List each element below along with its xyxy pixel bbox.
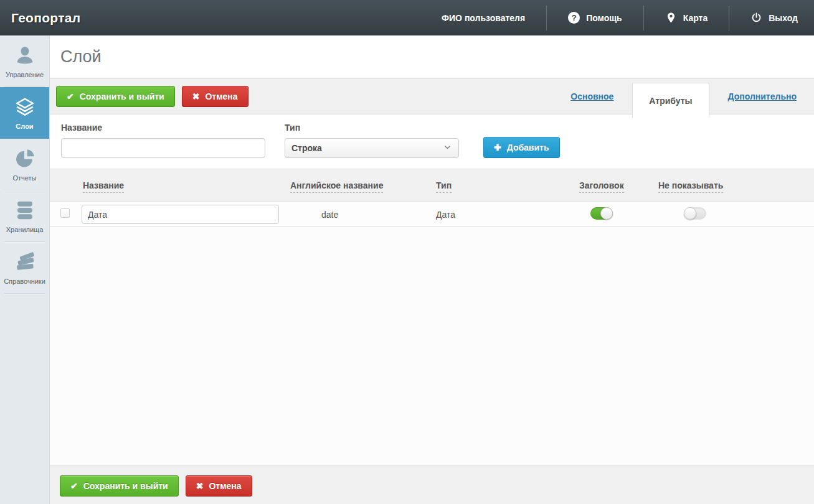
type-field-label: Тип xyxy=(285,123,459,133)
map-pin-icon xyxy=(665,12,677,24)
toggle-knob xyxy=(684,207,696,220)
title-toggle[interactable] xyxy=(590,207,613,220)
attribute-type-selected-value: Строка xyxy=(291,143,322,153)
table-row: date Дата xyxy=(50,202,814,227)
database-icon xyxy=(12,199,37,222)
sidebar-item-management[interactable]: Управление xyxy=(0,35,49,87)
tab-bar: Основное Атрибуты Дополнительно xyxy=(564,79,803,114)
footer-bar: ✔ Сохранить и выйти ✖ Отмена xyxy=(50,465,814,504)
map-button[interactable]: Карта xyxy=(643,6,729,30)
power-icon xyxy=(750,12,762,24)
app-root: Геопортал ФИО пользователя ? Помощь Карт… xyxy=(0,0,814,504)
name-field-label: Название xyxy=(61,123,265,133)
logout-button[interactable]: Выход xyxy=(729,6,814,30)
help-icon: ? xyxy=(568,12,580,24)
cross-icon: ✖ xyxy=(196,482,204,490)
user-fullname-label: ФИО пользователя xyxy=(442,13,525,23)
top-nav: ФИО пользователя ? Помощь Карта Выход xyxy=(420,0,814,35)
sidebar-item-storages[interactable]: Хранилища xyxy=(0,190,49,242)
tab-additional[interactable]: Дополнительно xyxy=(722,91,803,101)
sidebar-item-reports[interactable]: Отчеты xyxy=(0,139,49,190)
check-icon: ✔ xyxy=(67,92,74,101)
user-fullname[interactable]: ФИО пользователя xyxy=(420,6,546,30)
column-header-english-name: Английское название xyxy=(285,180,433,190)
column-header-title: Заголовок xyxy=(575,180,651,190)
page-header: Слой xyxy=(50,35,814,78)
plus-icon: ✚ xyxy=(494,143,501,152)
help-label: Помощь xyxy=(586,13,622,23)
type-field-group: Тип Строка xyxy=(285,123,459,158)
sidebar: Управление Слои Отчеты Хранилища Справоч… xyxy=(0,35,50,504)
toggle-knob xyxy=(600,207,613,220)
toolbar: ✔ Сохранить и выйти ✖ Отмена Основное Ат… xyxy=(50,78,814,114)
name-field-group: Название xyxy=(61,123,265,158)
row-name-input[interactable] xyxy=(82,205,279,224)
user-icon xyxy=(12,44,37,67)
layers-icon xyxy=(12,96,37,118)
row-english-name: date xyxy=(285,210,433,220)
body-row: Управление Слои Отчеты Хранилища Справоч… xyxy=(0,35,814,504)
row-type: Дата xyxy=(433,210,575,220)
row-checkbox-cell xyxy=(60,208,70,220)
row-checkbox[interactable] xyxy=(60,208,70,218)
cancel-label: Отмена xyxy=(205,91,237,101)
row-name-cell xyxy=(80,205,285,224)
cancel-button[interactable]: ✖ Отмена xyxy=(182,86,248,107)
books-icon xyxy=(12,251,37,273)
sidebar-item-label: Хранилища xyxy=(6,226,44,233)
main-content: Слой ✔ Сохранить и выйти ✖ Отмена Основн… xyxy=(50,35,814,504)
row-hide-toggle-cell xyxy=(651,207,814,222)
sidebar-item-label: Отчеты xyxy=(12,174,36,182)
tab-attributes[interactable]: Атрибуты xyxy=(632,83,709,118)
column-header-type: Тип xyxy=(433,180,575,190)
check-icon: ✔ xyxy=(70,482,78,490)
column-header-name: Название xyxy=(80,180,285,190)
add-attribute-label: Добавить xyxy=(507,142,549,152)
attribute-type-select[interactable]: Строка xyxy=(285,138,459,158)
content-filler xyxy=(50,227,814,465)
top-bar: Геопортал ФИО пользователя ? Помощь Карт… xyxy=(0,0,814,35)
attribute-name-input[interactable] xyxy=(61,138,265,158)
tab-main[interactable]: Основное xyxy=(564,91,620,101)
save-and-exit-button[interactable]: ✔ Сохранить и выйти xyxy=(56,86,175,107)
sidebar-item-label: Слои xyxy=(16,123,33,130)
add-attribute-button[interactable]: ✚ Добавить xyxy=(483,137,560,158)
chevron-down-icon xyxy=(443,142,452,154)
column-header-hide: Не показывать xyxy=(651,180,814,190)
sidebar-item-label: Справочники xyxy=(4,278,45,285)
pie-chart-icon xyxy=(12,147,37,170)
page-title: Слой xyxy=(60,47,102,67)
map-label: Карта xyxy=(683,13,708,23)
sidebar-item-label: Управление xyxy=(6,71,44,78)
attributes-table-header: Название Английское название Тип Заголов… xyxy=(50,169,814,202)
add-attribute-form: Название Тип Строка ✚ Добавить xyxy=(50,114,814,169)
brand-title: Геопортал xyxy=(0,11,80,26)
help-button[interactable]: ? Помощь xyxy=(546,6,643,30)
cross-icon: ✖ xyxy=(192,92,200,101)
hide-toggle[interactable] xyxy=(684,207,706,220)
footer-cancel-button[interactable]: ✖ Отмена xyxy=(186,475,252,497)
footer-save-and-exit-label: Сохранить и выйти xyxy=(83,481,168,491)
footer-cancel-label: Отмена xyxy=(209,481,241,491)
row-title-toggle-cell xyxy=(575,207,651,222)
save-and-exit-label: Сохранить и выйти xyxy=(80,91,164,101)
logout-label: Выход xyxy=(769,13,798,23)
sidebar-item-dictionaries[interactable]: Справочники xyxy=(0,242,49,294)
footer-save-and-exit-button[interactable]: ✔ Сохранить и выйти xyxy=(60,475,179,497)
sidebar-item-layers[interactable]: Слои xyxy=(0,87,49,139)
